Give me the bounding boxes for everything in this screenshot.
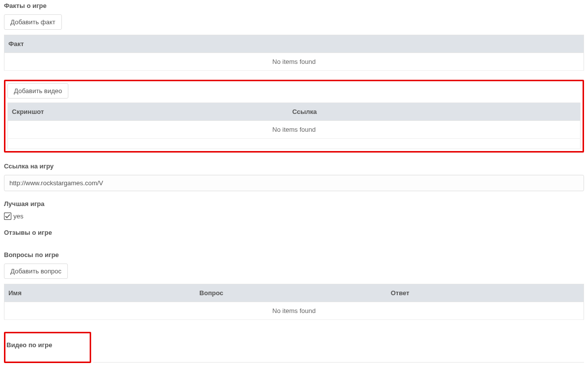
best-game-checkbox-label: yes <box>13 212 23 220</box>
video-no-items: No items found <box>8 121 581 139</box>
best-game-heading: Лучшая игра <box>4 200 584 208</box>
best-game-section: Лучшая игра yes <box>4 200 584 220</box>
questions-column-name: Имя <box>4 284 196 302</box>
video-column-screenshot: Скриншот <box>8 103 288 121</box>
questions-column-question: Вопрос <box>196 284 387 302</box>
video-embed-section: Добавить видео Скриншот Ссылка No items … <box>4 80 584 153</box>
questions-table: Имя Вопрос Ответ No items found <box>4 284 584 320</box>
questions-heading: Вопросы по игре <box>4 251 584 259</box>
table-row: No items found <box>8 121 581 139</box>
game-link-section: Ссылка на игру <box>4 162 584 191</box>
add-video-button[interactable]: Добавить видео <box>7 83 68 99</box>
table-row: No items found <box>4 302 584 320</box>
table-row: No items found <box>4 53 584 71</box>
game-link-heading: Ссылка на игру <box>4 162 584 170</box>
video-embed-table: Скриншот Ссылка No items found <box>7 103 581 149</box>
questions-column-answer: Ответ <box>387 284 584 302</box>
checkbox-checked-icon[interactable] <box>4 212 11 220</box>
questions-section: Вопросы по игре Добавить вопрос Имя Вопр… <box>4 251 584 320</box>
add-question-button[interactable]: Добавить вопрос <box>4 263 68 279</box>
table-footer <box>8 139 581 149</box>
facts-column-fact: Факт <box>4 35 584 53</box>
reviews-section: Отзывы о игре <box>4 229 584 236</box>
game-video-section: Видео по игре <box>4 332 91 363</box>
facts-heading: Факты о игре <box>4 2 584 9</box>
questions-no-items: No items found <box>4 302 584 320</box>
facts-section: Факты о игре Добавить факт Факт No items… <box>4 2 584 71</box>
facts-no-items: No items found <box>4 53 584 71</box>
reviews-heading: Отзывы о игре <box>4 229 584 236</box>
game-video-heading: Видео по игре <box>6 341 77 349</box>
add-fact-button[interactable]: Добавить факт <box>4 14 62 30</box>
game-link-input[interactable] <box>4 175 584 191</box>
video-column-link: Ссылка <box>288 103 581 121</box>
facts-table: Факт No items found <box>4 35 584 71</box>
svg-rect-0 <box>4 213 11 220</box>
